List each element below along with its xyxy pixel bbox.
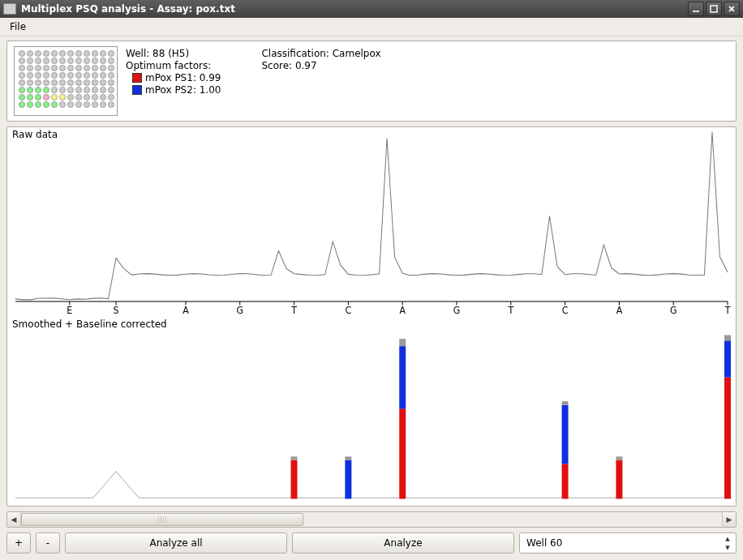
svg-point-13	[92, 50, 97, 56]
svg-point-9	[59, 50, 65, 56]
svg-point-15	[108, 50, 114, 56]
scroll-right-arrow[interactable]: ▶	[722, 512, 736, 527]
svg-point-4	[19, 50, 24, 56]
well-selector[interactable]: Well 60 ▲ ▼	[519, 532, 737, 554]
svg-rect-135	[562, 404, 569, 464]
svg-rect-128	[291, 456, 298, 460]
chart-hscroll[interactable]: ◀ ▶	[6, 511, 737, 528]
svg-point-55	[43, 79, 49, 85]
raw-data-title: Raw data	[12, 129, 58, 140]
svg-point-56	[51, 79, 57, 85]
app-icon	[3, 3, 16, 15]
raw-data-chart: Raw data ESAGTCAGTCAGT	[7, 127, 736, 317]
svg-point-63	[108, 79, 114, 85]
svg-rect-127	[291, 460, 298, 498]
svg-point-39	[108, 65, 114, 71]
svg-point-68	[51, 87, 57, 92]
svg-point-42	[35, 72, 41, 78]
svg-point-46	[67, 72, 73, 78]
svg-point-54	[35, 79, 41, 85]
factor-ps2-label: mPox PS2: 1.00	[145, 84, 221, 96]
maximize-button[interactable]	[706, 2, 722, 16]
svg-point-47	[75, 72, 81, 78]
svg-point-73	[92, 87, 97, 92]
svg-point-20	[51, 58, 57, 63]
svg-point-83	[75, 94, 81, 100]
svg-point-94	[67, 101, 73, 107]
zoom-out-button[interactable]: -	[36, 532, 60, 554]
well-label: Well: 88 (H5)	[126, 48, 221, 59]
minimize-button[interactable]	[688, 2, 704, 16]
svg-point-64	[19, 87, 24, 92]
info-panel: Well: 88 (H5) Optimum factors: mPox PS1:…	[6, 41, 737, 122]
svg-text:G: G	[453, 305, 461, 317]
well-plate[interactable]	[14, 46, 118, 116]
svg-text:C: C	[346, 305, 352, 317]
svg-point-45	[59, 72, 65, 78]
analyze-button[interactable]: Analyze	[292, 532, 514, 554]
svg-point-48	[84, 72, 89, 78]
well-selector-down[interactable]: ▼	[721, 543, 734, 552]
svg-rect-137	[616, 460, 622, 498]
svg-point-85	[92, 94, 97, 100]
smoothed-chart: Smoothed + Baseline corrected	[7, 317, 736, 507]
svg-point-17	[27, 58, 32, 63]
charts-panel: Raw data ESAGTCAGTCAGT Smoothed + Baseli…	[6, 126, 737, 507]
well-selector-up[interactable]: ▲	[721, 534, 734, 543]
svg-point-31	[43, 65, 49, 71]
svg-point-26	[100, 58, 105, 63]
svg-point-75	[108, 87, 114, 92]
svg-text:E: E	[67, 305, 72, 317]
svg-point-41	[27, 72, 32, 78]
svg-point-11	[75, 50, 81, 56]
svg-point-14	[100, 50, 105, 56]
scroll-thumb[interactable]	[21, 513, 303, 526]
svg-point-43	[43, 72, 49, 78]
svg-point-81	[59, 94, 65, 100]
svg-point-32	[51, 65, 57, 71]
svg-text:A: A	[183, 305, 189, 317]
window-titlebar: Multiplex PSQ analysis - Assay: pox.txt	[0, 0, 743, 18]
svg-point-33	[59, 65, 65, 71]
zoom-in-button[interactable]: +	[6, 532, 31, 554]
svg-point-7	[43, 50, 49, 56]
svg-point-24	[84, 58, 89, 63]
svg-point-97	[92, 101, 97, 107]
analyze-all-button[interactable]: Analyze all	[65, 532, 287, 554]
svg-point-21	[59, 58, 65, 63]
svg-rect-133	[399, 339, 406, 346]
svg-point-87	[108, 94, 114, 100]
svg-point-65	[27, 87, 32, 92]
svg-text:S: S	[114, 305, 119, 317]
svg-point-72	[84, 87, 89, 92]
svg-point-98	[100, 101, 105, 107]
svg-rect-131	[399, 408, 406, 498]
svg-point-79	[43, 94, 49, 100]
menu-file[interactable]: File	[5, 19, 31, 34]
svg-text:A: A	[399, 305, 406, 317]
svg-point-66	[35, 87, 41, 92]
svg-point-28	[19, 65, 24, 71]
svg-point-10	[67, 50, 73, 56]
svg-rect-140	[724, 340, 731, 377]
menubar: File	[0, 18, 743, 36]
svg-text:C: C	[562, 305, 569, 317]
svg-point-77	[27, 94, 32, 100]
optimum-factors-label: Optimum factors:	[126, 60, 221, 71]
scroll-left-arrow[interactable]: ◀	[7, 512, 21, 527]
svg-point-91	[43, 101, 49, 107]
svg-point-40	[19, 72, 24, 78]
svg-rect-141	[724, 335, 731, 340]
well-selector-value: Well 60	[526, 537, 721, 549]
factor-ps1-label: mPox PS1: 0.99	[145, 72, 221, 83]
svg-point-90	[35, 101, 41, 107]
close-button[interactable]	[724, 2, 740, 16]
scroll-track[interactable]	[21, 512, 722, 527]
window-title: Multiplex PSQ analysis - Assay: pox.txt	[21, 3, 688, 15]
svg-point-99	[108, 101, 114, 107]
svg-point-88	[19, 101, 24, 107]
svg-point-29	[27, 65, 32, 71]
svg-point-84	[84, 94, 89, 100]
svg-point-18	[35, 58, 41, 63]
svg-point-36	[84, 65, 89, 71]
